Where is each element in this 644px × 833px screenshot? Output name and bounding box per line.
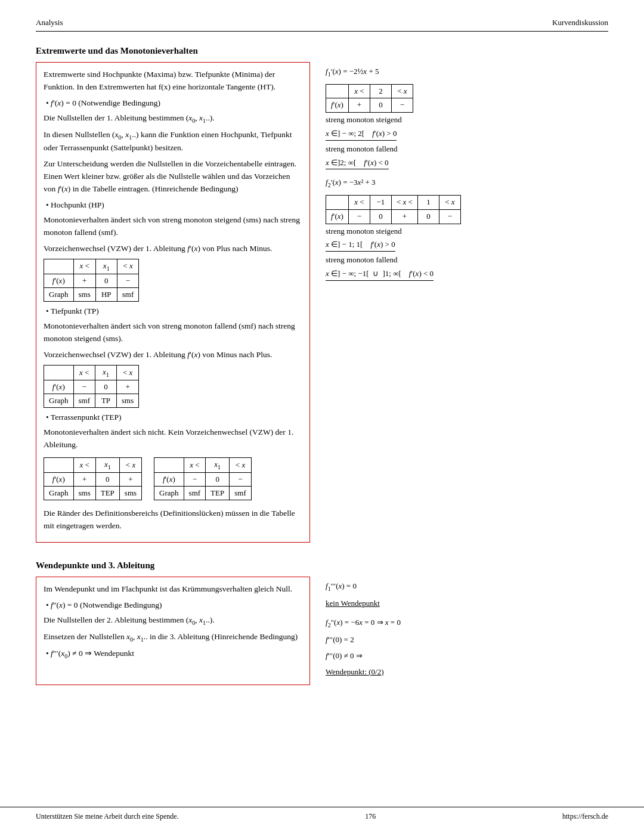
section-wendepunkte: Wendepunkte und 3. Ableitung Im Wendepun… <box>36 561 608 685</box>
section1-content: Extremwerte sind Hochpunkte (Maxima) bzw… <box>36 62 608 543</box>
tep2-row2-v2: TEP <box>206 486 230 500</box>
f1-wend-line2: kein Wendepunkt <box>326 597 602 610</box>
page-header: Analysis Kurvendiskussion <box>36 18 608 32</box>
page-footer: Unterstützen Sie meine Arbeit durch eine… <box>0 807 644 821</box>
hp-row1-v2: 0 <box>95 274 117 287</box>
header-left: Analysis <box>36 18 63 27</box>
f1-row1-v1: + <box>348 98 370 113</box>
tp-row1-label: f′(x) <box>44 380 74 394</box>
tep2-row2-label: Graph <box>154 486 184 500</box>
tep2-col1: x < <box>184 457 206 472</box>
header-right: Kurvendiskussion <box>552 18 608 27</box>
wend-hinreichend: • f′′′(x0) ≠ 0 ⇒ Wendepunkt <box>46 648 302 661</box>
f1-sms-interval: x ∈] − ∞; 2[ f′(x) > 0 <box>326 128 397 141</box>
f1-col3: < x <box>391 84 413 98</box>
tp-row2-label: Graph <box>44 394 74 407</box>
tep2-row2-v1: smf <box>184 486 206 500</box>
f2-row1-v2: 0 <box>370 209 391 224</box>
f1-col2: 2 <box>370 84 391 98</box>
section1-right-box: f1′(x) = −2½x + 5 x < 2 < x f′(x) + 0 − <box>320 62 608 543</box>
f1-row1-v2: 0 <box>370 98 391 113</box>
tp-col2: x1 <box>95 365 117 380</box>
f2-deriv-text: f2′(x) = −3x² + 3 <box>326 178 376 187</box>
hp-col2: x1 <box>95 259 117 274</box>
nullstellen-text: Die Nullstellen der 1. Ableitung bestimm… <box>44 112 302 125</box>
f1-col1: x < <box>348 84 370 98</box>
f1-deriv-text: f1′(x) = −2½x + 5 <box>326 67 379 76</box>
section1-title: Extremwerte und das Monotonieverhalten <box>36 46 608 56</box>
tp-row2-v2: TP <box>95 394 117 407</box>
section2-title: Wendepunkte und 3. Ableitung <box>36 561 608 571</box>
f2-smf-label: streng monoton fallend <box>326 254 602 267</box>
tp-table: x < x1 < x f′(x) − 0 + Graph smf TP <box>44 365 139 408</box>
tep-table2: x < x1 < x f′(x) − 0 − Graph smf <box>154 457 252 500</box>
f2-row1-v1: − <box>348 209 370 224</box>
wend-einsetzen: Einsetzen der Nullstellen x0, x1.. in di… <box>44 631 302 644</box>
f2-wend-line4: Wendepunkt: (0/2) <box>326 666 602 679</box>
f2-col5: < x <box>439 195 460 209</box>
tp-row1-v1: − <box>73 380 95 394</box>
tep2-row1-v1: − <box>184 472 206 486</box>
f2-deriv-line: f2′(x) = −3x² + 3 <box>326 176 602 190</box>
footer-left: Unterstützen Sie meine Arbeit durch eine… <box>36 812 179 821</box>
f2-col3: < x < <box>391 195 417 209</box>
tep1-col2: x1 <box>95 457 119 472</box>
f2-sign-table: x < −1 < x < 1 < x f′(x) − 0 + 0 − <box>326 195 461 224</box>
hp-col3: < x <box>117 259 139 274</box>
hp-row1-v3: − <box>117 274 139 287</box>
tep1-row2-v2: TEP <box>95 486 119 500</box>
tp-text2: Vorzeichenwechsel (VZW) der 1. Ableitung… <box>44 349 302 361</box>
tep1-col1: x < <box>73 457 95 472</box>
f1-smf-label: streng monoton fallend <box>326 143 602 156</box>
f1-row1-label: f′(x) <box>326 98 349 113</box>
tep2-row2-v3: smf <box>230 486 252 500</box>
wend-intro: Im Wendepunkt und im Flachpunkt ist das … <box>44 583 302 596</box>
f2-col1: x < <box>348 195 370 209</box>
f2-wend-line2: f′′′(0) = 2 <box>326 634 602 646</box>
tep1-row1-v1: + <box>73 472 95 486</box>
tep-tables-container: x < x1 < x f′(x) + 0 + Graph sms <box>44 455 302 504</box>
tp-col1: x < <box>73 365 95 380</box>
tep2-col2: x1 <box>206 457 230 472</box>
tep1-row1-label: f′(x) <box>44 472 74 486</box>
footer-center: 176 <box>365 812 376 821</box>
hp-row2-v1: sms <box>73 287 95 301</box>
tp-text1: Monotonieverhalten ändert sich von stren… <box>44 320 302 345</box>
tep1-row2-label: Graph <box>44 486 74 500</box>
section2-left-box: Im Wendepunkt und im Flachpunkt ist das … <box>36 577 310 685</box>
section-extremwerte: Extremwerte und das Monotonieverhalten E… <box>36 46 608 543</box>
hp-row2-label: Graph <box>44 287 74 301</box>
extremwerte-intro: Extremwerte sind Hochpunkte (Maxima) bzw… <box>44 69 302 94</box>
page: Analysis Kurvendiskussion Extremwerte un… <box>0 0 644 833</box>
f2-row1-v3: + <box>391 209 417 224</box>
tep-text1: Monotonieverhalten ändert sich nicht. Ke… <box>44 426 302 451</box>
tp-row1-v2: 0 <box>95 380 117 394</box>
f2-row1-v4: 0 <box>417 209 439 224</box>
wend-nullstellen: Die Nullstellen der 2. Ableitung bestimm… <box>44 614 302 627</box>
hp-text1: Monotonieverhalten ändert sich von stren… <box>44 214 302 239</box>
tep1-col3: < x <box>119 457 141 472</box>
f2-sms-interval: x ∈] − 1; 1[ f′(x) > 0 <box>326 239 395 252</box>
tp-row2-v1: smf <box>73 394 95 407</box>
tiefpunkt-label: • Tiefpunkt (TP) <box>46 305 302 318</box>
f2-col4: 1 <box>417 195 439 209</box>
f1-smf-interval: x ∈]2; ∞[ f′(x) < 0 <box>326 157 389 170</box>
hp-col1: x < <box>73 259 95 274</box>
section2-content: Im Wendepunkt und im Flachpunkt ist das … <box>36 577 608 685</box>
section1-left-box: Extremwerte sind Hochpunkte (Maxima) bzw… <box>36 62 310 543</box>
tep2-row1-label: f′(x) <box>154 472 184 486</box>
tep1-row1-v3: + <box>119 472 141 486</box>
notwendige-bedingung: • f′(x) = 0 (Notwendige Bedingung) <box>46 97 302 110</box>
f2-row1-v5: − <box>439 209 460 224</box>
f2-wend-line3: f′′′(0) ≠ 0 ⇒ <box>326 650 602 662</box>
hp-text2: Vorzeichenwechsel (VZW) der 1. Ableitung… <box>44 243 302 255</box>
hp-row2-v3: smf <box>117 287 139 301</box>
f2-sms-label: streng monoton steigend <box>326 225 602 238</box>
tep2-row1-v3: − <box>230 472 252 486</box>
tep1-row2-v1: sms <box>73 486 95 500</box>
tep1-row2-v3: sms <box>119 486 141 500</box>
tep-label: • Terrassenpunkt (TEP) <box>46 411 302 424</box>
vorzeichen-text: Zur Unterscheidung werden die Nullstelle… <box>44 158 302 196</box>
tep-table1: x < x1 < x f′(x) + 0 + Graph sms <box>44 457 142 500</box>
raender-text: Die Ränder des Definitionsbereichs (Defi… <box>44 507 302 532</box>
